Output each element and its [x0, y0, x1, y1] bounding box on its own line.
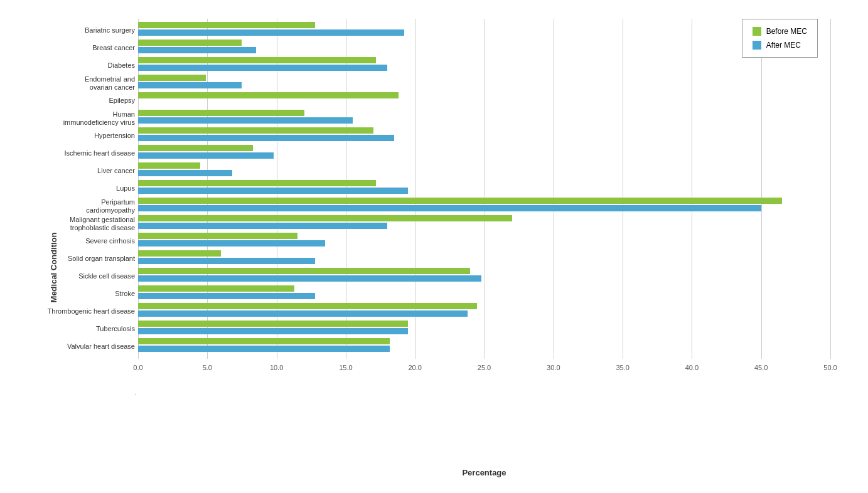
bar-label: Lupus	[13, 184, 135, 193]
bar-before	[138, 321, 408, 327]
bar-label: Ischemic heart disease	[13, 149, 135, 157]
x-tick-label: 40.0	[685, 364, 699, 371]
bar-after	[138, 258, 315, 264]
bar-label: Severe cirrhosis	[13, 237, 135, 245]
bar-group: Breast cancer	[138, 40, 830, 57]
bar-before	[138, 127, 373, 134]
bar-after	[138, 293, 315, 299]
bar-label: Breast cancer	[13, 44, 135, 52]
bar-after	[138, 275, 481, 282]
x-tick-label: 25.0	[478, 364, 491, 371]
x-tick-label: 45.0	[754, 364, 768, 371]
bar-after	[138, 240, 325, 246]
bar-label: Diabetes	[13, 61, 135, 70]
x-tick-label: 15.0	[339, 364, 352, 371]
x-tick-label: 30.0	[547, 364, 560, 371]
legend-item-label: After MEC	[766, 41, 801, 50]
bar-before	[138, 110, 304, 116]
bar-after	[138, 82, 242, 88]
bar-after	[138, 29, 404, 36]
bar-group: Tuberculosis	[138, 321, 830, 338]
bar-before	[138, 285, 294, 292]
x-tick-label: 0.0	[133, 364, 142, 371]
bar-after	[138, 170, 232, 176]
bar-group: Stroke	[138, 285, 830, 303]
bar-label: Epilepsy	[13, 97, 135, 105]
bar-group: Malignant gestationaltrophoblastic disea…	[138, 215, 830, 233]
bar-before	[138, 22, 315, 28]
bar-group: Endometrial andovarian cancer	[138, 75, 830, 92]
bar-before	[138, 215, 512, 221]
bar-after	[138, 205, 761, 211]
bar-label: Sickle cell disease	[13, 272, 135, 280]
bar-after	[138, 47, 256, 53]
bar-group: Solid organ transplant	[138, 250, 830, 268]
bar-label: Solid organ transplant	[13, 255, 135, 263]
legend-item: After MEC	[753, 41, 807, 50]
x-tick-label: 20.0	[408, 364, 421, 371]
bar-before	[138, 338, 390, 344]
bar-before	[138, 145, 253, 151]
bar-label: Hypertension	[13, 132, 135, 140]
bar-before	[138, 303, 477, 309]
bar-before	[138, 75, 206, 81]
bar-after	[138, 135, 394, 141]
bar-group: Thrombogenic heart disease	[138, 303, 830, 321]
bar-label: Humanimmunodeficiency virus	[13, 110, 135, 127]
bar-after	[138, 346, 390, 352]
bar-label: Tuberculosis	[13, 325, 135, 333]
legend-item: Before MEC	[753, 27, 807, 36]
bar-label: Malignant gestationaltrophoblastic disea…	[13, 216, 135, 232]
bar-label: Bariatric surgery	[13, 26, 135, 34]
bar-group: Valvular heart disease	[138, 338, 830, 356]
bar-after	[138, 310, 468, 317]
bar-before	[138, 57, 376, 63]
bar-group: Peripartumcardiomyopathy	[138, 198, 830, 215]
bar-before	[138, 180, 376, 186]
legend-color-swatch	[753, 41, 761, 50]
legend: Before MECAfter MEC	[742, 19, 818, 58]
bar-group: Diabetes	[138, 57, 830, 75]
bar-before	[138, 92, 399, 98]
bar-label: Liver cancer	[13, 167, 135, 175]
bar-label: Stroke	[13, 290, 135, 298]
bar-group: Epilepsy	[138, 92, 830, 110]
x-tick-label: 35.0	[616, 364, 629, 371]
dot-label: .	[135, 390, 137, 396]
bar-before	[138, 250, 221, 257]
bar-before	[138, 198, 782, 204]
bar-label: Peripartumcardiomyopathy	[13, 198, 135, 215]
bar-label: Valvular heart disease	[13, 342, 135, 351]
grid-line	[830, 19, 831, 359]
bar-group: Hypertension	[138, 127, 830, 145]
bar-before	[138, 233, 297, 239]
bar-group: Bariatric surgery	[138, 22, 830, 40]
plot-area: 0.05.010.015.020.025.030.035.040.045.050…	[138, 19, 830, 359]
bar-group: Humanimmunodeficiency virus	[138, 110, 830, 127]
bar-before	[138, 162, 200, 169]
chart-area: Medical Condition 0.05.010.015.020.025.0…	[138, 13, 830, 443]
x-tick-label: 5.0	[203, 364, 212, 371]
bar-after	[138, 188, 408, 194]
bar-group: Ischemic heart disease	[138, 145, 830, 162]
bar-label: Endometrial andovarian cancer	[13, 75, 135, 92]
bar-group: Liver cancer	[138, 162, 830, 180]
bar-before	[138, 268, 470, 274]
bar-before	[138, 40, 242, 46]
bar-group: Severe cirrhosis	[138, 233, 830, 250]
bar-after	[138, 328, 408, 334]
bar-group: Lupus	[138, 180, 830, 198]
bar-after	[138, 223, 387, 229]
bar-group: Sickle cell disease	[138, 268, 830, 285]
bar-after	[138, 117, 353, 124]
bar-after	[138, 152, 274, 159]
chart-container: Medical Condition 0.05.010.015.020.025.0…	[0, 0, 868, 493]
legend-color-swatch	[753, 27, 761, 36]
bar-label: Thrombogenic heart disease	[13, 307, 135, 315]
x-tick-label: 50.0	[823, 364, 837, 371]
legend-item-label: Before MEC	[766, 27, 807, 36]
bar-after	[138, 65, 387, 71]
x-tick-label: 10.0	[270, 364, 283, 371]
x-axis-label: Percentage	[462, 468, 506, 477]
